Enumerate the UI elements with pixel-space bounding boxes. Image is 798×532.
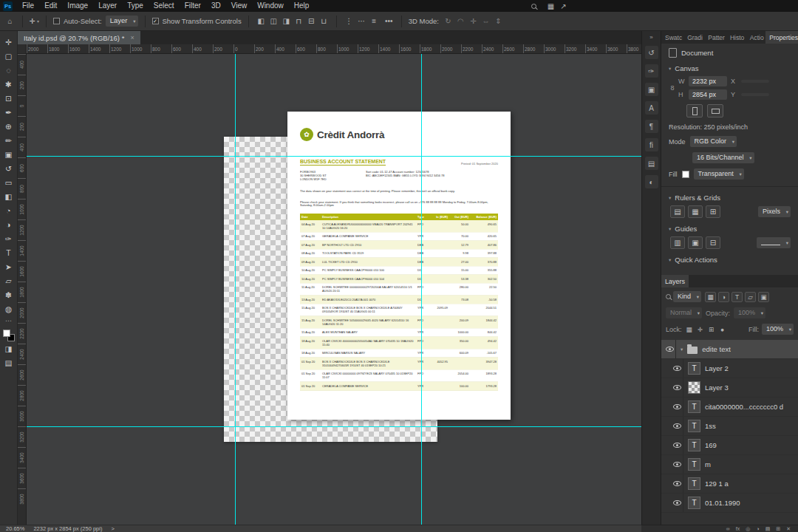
guide-style-dropdown[interactable]: [757, 237, 791, 248]
units-dropdown[interactable]: Pixels: [758, 206, 791, 217]
gradient-tool[interactable]: ◧: [1, 189, 16, 203]
clear-guides-icon[interactable]: ⊟: [706, 236, 720, 249]
tab-history[interactable]: Histo: [726, 31, 746, 44]
status-chevron-icon[interactable]: >: [111, 525, 114, 532]
layer-row[interactable]: T 01.01.1990: [661, 494, 798, 513]
lock-all-icon[interactable]: ●: [718, 326, 727, 333]
layer-row[interactable]: T Layer 2: [661, 359, 798, 378]
shape-tool[interactable]: ▱: [1, 273, 16, 287]
fill-dropdown[interactable]: Transparent: [694, 168, 744, 180]
visibility-toggle[interactable]: [672, 436, 683, 454]
visibility-toggle[interactable]: [672, 417, 683, 435]
link-layers-icon[interactable]: ∞: [726, 526, 730, 531]
menu-item[interactable]: File: [17, 0, 39, 12]
statement-document[interactable]: ✿ Crèdit Andorrà BUSINESS ACCOUNT STATEM…: [287, 112, 511, 420]
layer-group-icon[interactable]: ▤: [765, 526, 771, 532]
chevron-down-icon[interactable]: ▾: [681, 347, 683, 352]
filter-adjustment-icon[interactable]: ◑: [718, 292, 729, 302]
healing-tool[interactable]: ⊕: [1, 119, 16, 133]
tab-layers[interactable]: Layers: [661, 275, 689, 287]
height-field[interactable]: 2854 px: [689, 89, 727, 100]
menu-item[interactable]: Image: [62, 0, 93, 12]
distribute-horizontal-icon[interactable]: ⋯: [356, 16, 367, 27]
brush-tool[interactable]: ✏: [1, 133, 16, 147]
zoom-level[interactable]: 20.65%: [6, 525, 24, 532]
guide-vertical-right[interactable]: [421, 54, 422, 525]
history-brush-tool[interactable]: ↺: [1, 161, 16, 175]
menu-item[interactable]: 3D: [206, 0, 226, 12]
lock-guides-icon[interactable]: ▣: [688, 236, 703, 249]
auto-select-checkbox[interactable]: [53, 18, 60, 24]
guides-section-header[interactable]: ▾ Guides: [669, 225, 791, 233]
horizontal-ruler[interactable]: 2000180016001400120010008006004002000200…: [27, 44, 641, 54]
tab-swatches[interactable]: Swatc: [661, 31, 683, 44]
pen-tool[interactable]: ✑: [1, 231, 16, 245]
guide-vertical-left[interactable]: [235, 54, 236, 525]
blend-mode-dropdown[interactable]: Normal: [666, 307, 702, 318]
visibility-toggle[interactable]: [672, 359, 683, 378]
visibility-toggle[interactable]: [672, 474, 683, 493]
eyedropper-tool[interactable]: ✒: [1, 105, 16, 119]
delete-layer-icon[interactable]: ✕: [786, 526, 791, 532]
photoshop-logo[interactable]: Ps: [3, 1, 13, 11]
quick-mask-icon[interactable]: ◨: [1, 341, 16, 355]
lasso-tool[interactable]: ◌: [1, 63, 16, 77]
snap-icon[interactable]: ⊞: [706, 205, 720, 218]
more-options-icon[interactable]: •••: [383, 16, 395, 27]
character-panel-icon[interactable]: A: [645, 101, 658, 115]
close-icon[interactable]: ×: [130, 34, 134, 41]
layer-row[interactable]: T cita0000000...ccccccc0 d: [661, 398, 798, 417]
layer-row[interactable]: T 169: [661, 436, 798, 455]
align-left-icon[interactable]: ◧: [256, 16, 267, 27]
show-transform-checkbox[interactable]: [152, 18, 159, 24]
3d-roll-icon[interactable]: ◠: [455, 16, 466, 27]
canvas-section-header[interactable]: ▾ Canvas: [669, 64, 791, 72]
type-tool[interactable]: T: [1, 245, 16, 259]
menu-item[interactable]: Layer: [93, 0, 122, 12]
menu-item[interactable]: View: [226, 0, 253, 12]
distribute-vertical-icon[interactable]: ⋮: [344, 16, 355, 27]
menu-item[interactable]: Edit: [39, 0, 62, 12]
zoom-tool[interactable]: ◍: [1, 301, 16, 316]
distribute-even-icon[interactable]: ≡: [369, 16, 380, 27]
guide-horizontal-top[interactable]: [27, 156, 641, 157]
lock-transparency-icon[interactable]: ▦: [685, 326, 694, 333]
hand-tool[interactable]: ✽: [1, 287, 16, 301]
3d-rotate-icon[interactable]: ↻: [443, 16, 454, 27]
adjustment-layer-icon[interactable]: ◑: [756, 526, 759, 531]
3d-drag-icon[interactable]: ✛: [468, 16, 479, 27]
brush-settings-panel-icon[interactable]: ✑: [645, 64, 658, 78]
color-swatches[interactable]: [3, 330, 15, 341]
align-top-icon[interactable]: ⊓: [293, 16, 304, 27]
move-tool[interactable]: ✛: [1, 35, 16, 49]
home-icon[interactable]: ⌂: [4, 16, 16, 27]
3d-slide-icon[interactable]: ⇔: [480, 16, 491, 27]
eraser-tool[interactable]: ▭: [1, 175, 16, 189]
libraries-panel-icon[interactable]: ▤: [645, 157, 658, 170]
history-panel-icon[interactable]: ↺: [645, 46, 658, 59]
layer-row-group[interactable]: ▾ edite text: [661, 340, 798, 359]
link-dimensions-icon[interactable]: 8: [669, 84, 676, 92]
lock-position-icon[interactable]: ⊞: [707, 326, 716, 333]
grid-icon[interactable]: ▦: [688, 205, 703, 218]
tab-patterns[interactable]: Patter: [704, 31, 726, 44]
align-bottom-icon[interactable]: ⊔: [318, 16, 330, 27]
layer-mask-icon[interactable]: ◎: [746, 526, 750, 532]
vertical-ruler[interactable]: 4002000200400600800100012001400160018002…: [18, 54, 27, 525]
width-field[interactable]: 2232 px: [689, 76, 727, 86]
align-middle-icon[interactable]: ⊟: [306, 16, 317, 27]
lock-pixels-icon[interactable]: ✛: [696, 326, 705, 333]
y-field[interactable]: [741, 93, 769, 96]
dodge-tool[interactable]: ◑: [1, 217, 16, 231]
opacity-dropdown[interactable]: 100%: [734, 307, 765, 318]
expand-panels-icon[interactable]: »: [649, 34, 652, 41]
guide-horizontal-bottom[interactable]: [27, 426, 641, 427]
quick-select-tool[interactable]: ✱: [1, 77, 16, 91]
path-select-tool[interactable]: ➤: [1, 259, 16, 273]
kind-filter-dropdown[interactable]: Kind: [673, 291, 701, 302]
visibility-toggle[interactable]: [672, 378, 683, 397]
new-guide-layout-icon[interactable]: ▥: [670, 236, 685, 249]
layer-fill-dropdown[interactable]: 100%: [762, 324, 794, 335]
filter-pixel-icon[interactable]: ▦: [705, 292, 716, 302]
align-right-icon[interactable]: ◨: [281, 16, 292, 27]
